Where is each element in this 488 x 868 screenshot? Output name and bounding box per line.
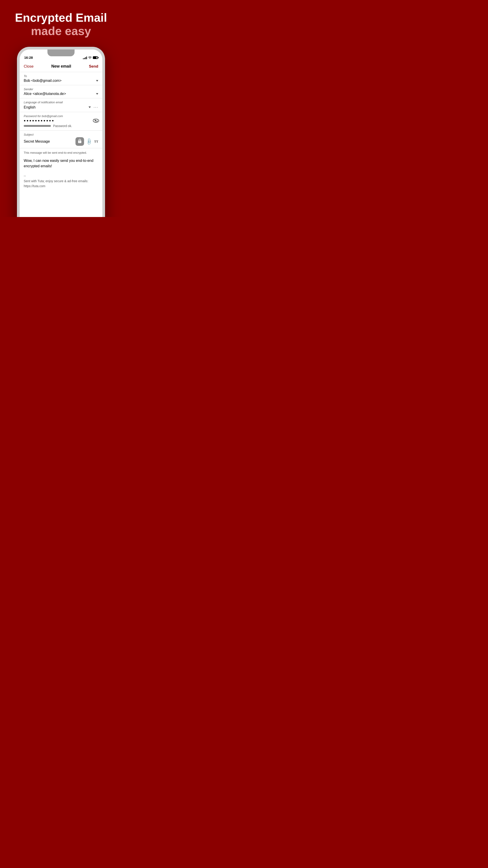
sender-label: Sender (24, 88, 98, 91)
password-label: Password for bob@gmail.com (24, 114, 98, 118)
svg-point-1 (95, 120, 96, 121)
sender-field-section: Sender Alice <alice@tutanota.de> (20, 85, 102, 98)
subject-value[interactable]: Secret Message (24, 140, 74, 144)
to-field-section: To Bob <bob@gmail.com> (20, 72, 102, 85)
language-actions: ··· (87, 105, 98, 110)
wifi-icon (88, 56, 92, 59)
status-icons (83, 56, 98, 59)
to-value[interactable]: Bob <bob@gmail.com> (24, 79, 94, 83)
password-strength-bar (24, 125, 51, 127)
svg-line-2 (93, 119, 98, 122)
notch (47, 50, 74, 56)
encryption-lock-button[interactable] (75, 137, 84, 146)
text-size-icon[interactable]: TT (94, 140, 98, 144)
show-password-icon[interactable] (93, 119, 98, 122)
hero-title: Encrypted Email made easy (15, 11, 107, 38)
subject-toolbar: 📎 TT (75, 137, 98, 146)
status-bar: 16:28 (20, 50, 102, 61)
svg-point-4 (79, 142, 80, 142)
lock-icon (78, 139, 82, 144)
svg-point-0 (93, 119, 98, 122)
to-chevron-icon[interactable] (96, 80, 98, 82)
send-button[interactable]: Send (89, 64, 98, 69)
subject-label: Subject (24, 133, 98, 136)
password-status: Password ok. (53, 124, 72, 128)
email-signature: --Sent with Tuta; enjoy secure & ad-free… (24, 174, 98, 188)
status-time: 16:28 (24, 56, 33, 59)
hero-section: Encrypted Email made easy (6, 0, 116, 44)
sender-chevron-icon[interactable] (96, 93, 98, 95)
phone-screen: 16:28 (20, 50, 102, 217)
password-field-section: Password for bob@gmail.com ●●●●●●●●●●● (20, 112, 102, 131)
nav-bar: Close New email Send (20, 61, 102, 72)
battery-icon (93, 56, 98, 59)
encryption-notice: This message will be sent end-to-end enc… (24, 151, 98, 154)
email-body-section: This message will be sent end-to-end enc… (20, 148, 102, 191)
to-label: To (24, 74, 98, 78)
phone-mockup: 16:28 (0, 47, 122, 217)
subject-field-section: Subject Secret Message (20, 131, 102, 148)
close-button[interactable]: Close (24, 64, 33, 69)
attachment-icon[interactable]: 📎 (85, 138, 93, 146)
language-value[interactable]: English (24, 105, 87, 110)
language-field-section: Language of notification email English ·… (20, 98, 102, 112)
more-options-icon[interactable]: ··· (94, 105, 98, 110)
signal-icon (83, 56, 87, 59)
language-label: Language of notification email (24, 101, 98, 104)
phone-frame: 16:28 (17, 47, 105, 217)
email-body-content[interactable]: Wow, I can now easily send you end-to-en… (24, 158, 98, 169)
screen-title: New email (51, 64, 71, 69)
password-value[interactable]: ●●●●●●●●●●● (24, 119, 93, 122)
password-strength-row: Password ok. (24, 124, 98, 128)
sender-value[interactable]: Alice <alice@tutanota.de> (24, 92, 94, 96)
email-compose-screen: Close New email Send To Bob <bob@gmail.c… (20, 61, 102, 217)
language-chevron-icon[interactable] (89, 106, 91, 108)
